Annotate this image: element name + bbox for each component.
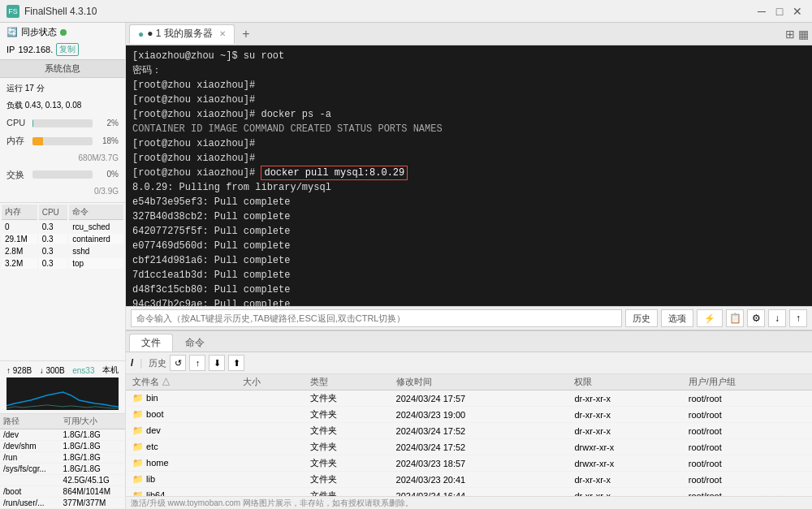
select-button[interactable]: 选项 (661, 309, 693, 327)
list-item: 29.1M0.3containerd (2, 234, 123, 244)
ip-value: 192.168. (18, 45, 53, 54)
load-label: 负载 (6, 101, 23, 110)
settings-icon-button[interactable]: ⚙ (747, 309, 765, 327)
tab-bar: ● ● 1 我的服务器 ✕ + ⊞ ▦ (126, 23, 812, 45)
history-button[interactable]: 历史 (625, 309, 658, 327)
mem-detail: 680M/3.7G (6, 151, 119, 166)
terminal-line: e077469d560d: Pull complete (132, 239, 806, 253)
grid-icon2[interactable]: ▦ (798, 28, 809, 41)
ip-row: IP 192.168. 复制 (0, 41, 125, 59)
terminal-line: 327B40d38cb2: Pull complete (132, 209, 806, 224)
list-item: 42.5G/45.1G (0, 475, 125, 486)
net-section: ↑ 928B ↓ 300B ens33 本机 (0, 360, 125, 413)
cpu-bar (32, 119, 33, 127)
list-item: /dev1.8G/1.8G (0, 429, 125, 441)
add-tab-button[interactable]: + (238, 26, 254, 42)
net-chart (6, 377, 119, 410)
command-input[interactable] (131, 309, 622, 327)
sys-stats: 运行 17 分 负载 0.43, 0.13, 0.08 CPU 2% (0, 78, 125, 202)
lightning-button[interactable]: ⚡ (697, 309, 723, 327)
fm-up-button[interactable]: ↑ (189, 355, 205, 371)
mem-bar (32, 137, 43, 145)
fm-col-size: 大小 (236, 374, 303, 390)
swap-detail: 0/3.9G (6, 184, 119, 199)
list-item: /run/user/...377M/377M (0, 498, 125, 509)
terminal-toolbar: 历史 选项 ⚡ 📋 ⚙ ↓ ↑ (126, 306, 812, 330)
fm-download-button[interactable]: ⬇ (209, 355, 225, 371)
right-panel: ● ● 1 我的服务器 ✕ + ⊞ ▦ [xiaozhou@zhou ~]$ s… (126, 23, 812, 509)
table-row[interactable]: 📁 boot 文件夹 2024/03/23 19:00 dr-xr-xr-x r… (126, 407, 812, 423)
sync-icon: 🔄 (6, 27, 18, 37)
list-item: /sys/fs/cgr...1.8G/1.8G (0, 464, 125, 475)
disk-section: 路径 可用/大小 /dev1.8G/1.8G/dev/shm1.8G/1.8G/… (0, 413, 125, 509)
tab-label: ● 1 我的服务器 (147, 27, 213, 41)
terminal-line: [root@zhou xiaozhou]# (132, 93, 806, 107)
terminal-line: 642077275f5f: Pull complete (132, 224, 806, 239)
copy-button[interactable]: 复制 (56, 43, 79, 56)
app-icon: FS (6, 5, 19, 18)
process-table: 内存 CPU 命令 00.3rcu_sched29.1M0.3container… (0, 203, 125, 270)
run-time-label: 运行 (6, 84, 23, 93)
upload-button[interactable]: ↑ (789, 309, 807, 327)
proc-col-mem: 内存 (2, 205, 37, 220)
grid-icon[interactable]: ⊞ (785, 28, 795, 41)
swap-stat: 交换 0% (6, 167, 119, 183)
file-table: 文件名 △ 大小 类型 修改时间 权限 用户/用户组 📁 bin 文件夹 202… (126, 374, 812, 509)
sync-label: 同步状态 (21, 26, 57, 38)
minimize-button[interactable]: ─ (754, 3, 770, 19)
process-section: 内存 CPU 命令 00.3rcu_sched29.1M0.3container… (0, 202, 125, 360)
list-item: 00.3rcu_sched (2, 222, 123, 232)
terminal-line: CONTAINER ID IMAGE COMMAND CREATED STATU… (132, 122, 806, 136)
fm-col-owner: 用户/用户组 (682, 374, 812, 390)
fm-path-label: / (131, 357, 133, 369)
ad-bar: 激活/升级 www.toymoban.com 网络图片展示，非存站，如有授权请联… (126, 496, 812, 509)
fm-tab-file[interactable]: 文件 (129, 334, 173, 352)
down-arrow-button[interactable]: ↓ (768, 309, 786, 327)
terminal-line: 密码： (132, 63, 806, 78)
cpu-stat: CPU 2% (6, 115, 119, 132)
fm-refresh-button[interactable]: ↺ (170, 355, 186, 371)
list-item: 3.2M0.3top (2, 258, 123, 269)
sys-info-header: 系统信息 (0, 59, 125, 78)
maximize-button[interactable]: □ (771, 3, 788, 19)
terminal-line: [root@zhou xiaozhou]# (132, 78, 806, 93)
terminal-line: 94c3d7b2c9ae: Pull complete (132, 297, 806, 306)
terminal-line: cbf214d981a6: Pull complete (132, 253, 806, 268)
net-iface: ens33 (72, 366, 94, 375)
disk-col-size: 可用/大小 (60, 414, 125, 429)
terminal-line: [root@zhou xiaozhou]# docker pull mysql:… (132, 166, 806, 180)
tab-close-icon[interactable]: ✕ (219, 29, 226, 38)
terminal-line: [root@zhou xiaozhou]# (132, 136, 806, 151)
title-bar: FS FinalShell 4.3.10 ─ □ ✕ (0, 0, 812, 23)
load-value: 0.43, 0.13, 0.08 (25, 101, 82, 110)
status-dot (60, 29, 67, 36)
table-row[interactable]: 📁 home 文件夹 2024/03/23 18:57 drwxr-xr-x r… (126, 455, 812, 472)
fm-tab-cmd[interactable]: 命令 (173, 334, 217, 352)
close-button[interactable]: ✕ (789, 3, 806, 19)
fm-history-label: 历史 (149, 357, 166, 369)
terminal-line: 8.0.29: Pulling from library/mysql (132, 180, 806, 195)
fm-col-modified: 修改时间 (390, 374, 568, 390)
net-machine: 本机 (102, 364, 119, 376)
server-tab[interactable]: ● ● 1 我的服务器 ✕ (129, 24, 235, 44)
terminal[interactable]: [xiaozhou@zhou ~]$ su root密码：[root@zhou … (126, 45, 812, 306)
fm-separator: | (140, 357, 142, 369)
terminal-line: d48f3c15cb80: Pull complete (132, 283, 806, 297)
fm-tabs: 文件 命令 (126, 331, 812, 352)
terminal-line: [root@zhou xiaozhou]# docker ps -a (132, 107, 806, 122)
list-item: /run1.8G/1.8G (0, 452, 125, 464)
sidebar: 🔄 同步状态 IP 192.168. 复制 系统信息 运行 17 分 负载 0.… (0, 23, 126, 509)
list-item: /boot864M/1014M (0, 486, 125, 498)
mem-stat: 内存 18% (6, 133, 119, 149)
copy-icon-button[interactable]: 📋 (726, 309, 744, 327)
table-row[interactable]: 📁 etc 文件夹 2024/03/24 17:52 drwxr-xr-x ro… (126, 439, 812, 455)
fm-file-list: 文件名 △ 大小 类型 修改时间 权限 用户/用户组 📁 bin 文件夹 202… (126, 374, 812, 509)
table-row[interactable]: 📁 lib 文件夹 2024/03/23 20:41 dr-xr-xr-x ro… (126, 472, 812, 488)
table-row[interactable]: 📁 bin 文件夹 2024/03/24 17:57 dr-xr-xr-x ro… (126, 390, 812, 407)
disk-col-path: 路径 (0, 414, 60, 429)
table-row[interactable]: 📁 dev 文件夹 2024/03/24 17:52 dr-xr-xr-x ro… (126, 423, 812, 439)
terminal-line: [xiaozhou@zhou ~]$ su root (132, 49, 806, 63)
fm-upload-button[interactable]: ⬆ (228, 355, 244, 371)
sync-status: 🔄 同步状态 (0, 23, 125, 41)
net-up: ↑ 928B (6, 366, 32, 375)
